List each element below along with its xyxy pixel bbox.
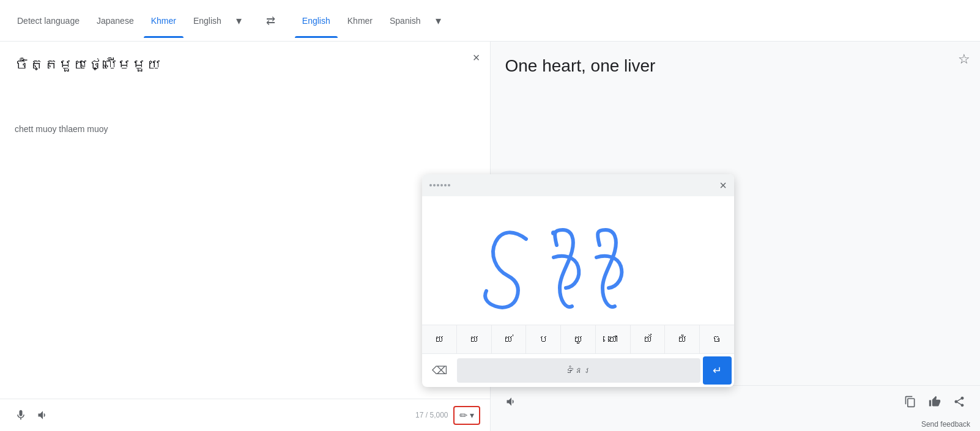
- source-text-area: ចិត្តមួយថ្លើមមួយ chett muoy thlaem muoy …: [0, 42, 490, 399]
- star-button[interactable]: ☆: [958, 51, 970, 67]
- target-speaker-button[interactable]: [500, 391, 522, 413]
- source-lang-japanese[interactable]: Japanese: [89, 11, 141, 31]
- top-bar: Detect language Japanese Khmer English ▾…: [0, 0, 980, 42]
- suggestion-7[interactable]: យ៉: [665, 325, 700, 353]
- copy-button[interactable]: [899, 391, 921, 413]
- handwriting-bottom-bar: ⌫ ទំនរ ↵: [422, 353, 734, 387]
- source-lang-dropdown-btn[interactable]: ▾: [231, 9, 247, 32]
- target-lang-selector: English Khmer Spanish ▾: [295, 9, 446, 32]
- draw-button[interactable]: ✏ ▾: [453, 406, 480, 425]
- microphone-icon: [15, 409, 27, 421]
- suggestion-4[interactable]: យូ: [561, 325, 596, 353]
- suggestion-3[interactable]: ប: [526, 325, 561, 353]
- target-speaker-icon: [505, 396, 518, 408]
- romanized-text: chett muoy thlaem muoy: [15, 124, 475, 134]
- thumbs-feedback-button[interactable]: [924, 391, 946, 413]
- microphone-button[interactable]: [10, 404, 32, 426]
- target-lang-english[interactable]: English: [295, 11, 338, 31]
- copy-icon: [904, 396, 916, 408]
- suggestion-8[interactable]: ច: [700, 325, 734, 353]
- handwriting-space-button[interactable]: ទំនរ: [457, 358, 700, 383]
- thumbs-feedback-icon: [929, 396, 941, 408]
- source-lang-detect[interactable]: Detect language: [10, 11, 87, 31]
- drag-handle: [429, 184, 450, 186]
- source-input[interactable]: ចិត្តមួយថ្លើមមួយ: [15, 56, 475, 117]
- suggestion-2[interactable]: យ់: [492, 325, 527, 353]
- target-toolbar: [491, 385, 981, 418]
- source-lang-english[interactable]: English: [186, 11, 229, 31]
- handwriting-close-button[interactable]: ×: [719, 179, 727, 191]
- svg-point-0: [551, 230, 556, 235]
- suggestion-5[interactable]: យោ: [596, 325, 631, 353]
- handwriting-popup: × យ យ យ់ ប យូ យោ យ័ យ៉ ច ⌫ ទំនរ ↵: [422, 174, 734, 387]
- share-icon: [953, 396, 965, 408]
- source-speaker-icon: [37, 409, 49, 421]
- handwriting-enter-button[interactable]: ↵: [703, 356, 732, 385]
- clear-source-button[interactable]: ×: [473, 51, 480, 64]
- source-lang-selector: Detect language Japanese Khmer English ▾: [10, 9, 247, 32]
- target-toolbar-right: [899, 391, 970, 413]
- chevron-down-icon: ▾: [470, 410, 474, 420]
- target-lang-spanish[interactable]: Spanish: [382, 11, 428, 31]
- source-panel: ចិត្តមួយថ្លើមមួយ chett muoy thlaem muoy …: [0, 42, 491, 431]
- target-lang-dropdown-btn[interactable]: ▾: [431, 9, 446, 32]
- translated-text: One heart, one liver: [505, 56, 966, 76]
- suggestion-6[interactable]: យ័: [631, 325, 666, 353]
- handwriting-delete-button[interactable]: ⌫: [425, 359, 455, 382]
- source-lang-khmer[interactable]: Khmer: [144, 11, 184, 31]
- source-speaker-button[interactable]: [32, 404, 54, 426]
- handwriting-suggestions: យ យ យ់ ប យូ យោ យ័ យ៉ ច: [422, 325, 734, 353]
- suggestion-0[interactable]: យ: [422, 325, 457, 353]
- swap-languages-button[interactable]: ⇄: [261, 9, 280, 32]
- send-feedback-link[interactable]: Send feedback: [491, 418, 981, 431]
- char-count: 17 / 5,000: [415, 411, 448, 419]
- handwriting-canvas[interactable]: [422, 196, 734, 325]
- target-lang-khmer[interactable]: Khmer: [340, 11, 380, 31]
- suggestion-1[interactable]: យ: [457, 325, 492, 353]
- share-button[interactable]: [948, 391, 970, 413]
- pencil-icon: ✏: [459, 410, 467, 421]
- source-toolbar: 17 / 5,000 ✏ ▾: [0, 399, 490, 431]
- handwriting-header: ×: [422, 174, 734, 196]
